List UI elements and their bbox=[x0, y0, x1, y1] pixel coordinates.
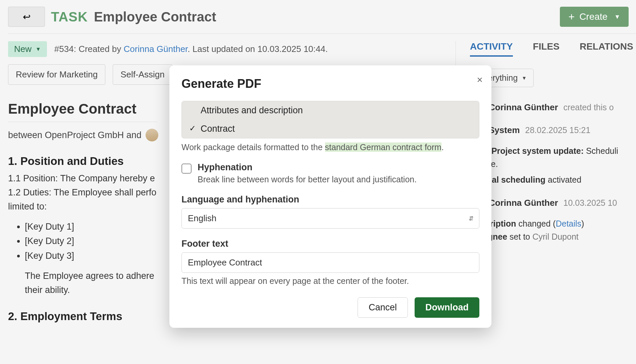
meta-prefix: #534: Created by bbox=[54, 44, 124, 54]
activity-item: S System 28.02.2025 15:21 bbox=[470, 123, 636, 137]
self-assign-button[interactable]: Self-Assign bbox=[113, 64, 172, 85]
activity-author: System bbox=[489, 125, 520, 135]
meta-suffix: . Last updated on 10.03.2025 10:44. bbox=[188, 44, 328, 54]
tabs: ACTIVITY FILES RELATIONS bbox=[470, 41, 636, 57]
download-button[interactable]: Download bbox=[415, 297, 479, 318]
header-row: ↩ TASK Employee Contract + Create ▼ bbox=[8, 7, 636, 27]
tab-activity[interactable]: ACTIVITY bbox=[470, 41, 513, 57]
template-option-attributes[interactable]: Attributes and description bbox=[182, 101, 479, 120]
create-label: Create bbox=[579, 11, 607, 22]
work-package-type: TASK bbox=[51, 9, 88, 24]
chevron-down-icon: ▼ bbox=[36, 46, 41, 52]
activity-item: Corinna Günther 10.03.2025 10 bbox=[470, 196, 636, 209]
cancel-button[interactable]: Cancel bbox=[358, 297, 408, 318]
activity-timestamp: 28.02.2025 15:21 bbox=[525, 125, 591, 135]
hyphenation-label: Hyphenation bbox=[198, 162, 417, 173]
language-select[interactable]: English bbox=[181, 208, 479, 229]
activity-item: Corinna Günther created this o bbox=[470, 101, 636, 114]
hyphenation-helper: Break line between words for better layo… bbox=[198, 175, 417, 184]
avatar-icon bbox=[146, 129, 158, 141]
create-button[interactable]: + Create ▼ bbox=[560, 7, 629, 27]
activity-author[interactable]: Corinna Günther bbox=[489, 198, 558, 208]
generate-pdf-modal: Generate PDF × Attributes and descriptio… bbox=[169, 65, 491, 328]
language-label: Language and hyphenation bbox=[181, 194, 479, 205]
activity-detail: Assignee set to Cyril Dupont bbox=[470, 232, 636, 242]
status-label: New bbox=[14, 44, 32, 54]
author-link[interactable]: Corinna Günther bbox=[124, 44, 188, 54]
activity-detail: update. bbox=[470, 159, 636, 169]
meta-text: #534: Created by Corinna Günther. Last u… bbox=[54, 44, 328, 54]
back-arrow-icon: ↩ bbox=[23, 11, 31, 22]
tab-files[interactable]: FILES bbox=[533, 41, 560, 57]
activity-detail: OpenProject system update: Scheduli bbox=[470, 146, 636, 156]
status-dropdown[interactable]: New ▼ bbox=[8, 41, 47, 57]
plus-icon: + bbox=[568, 11, 575, 23]
activity-author[interactable]: Corinna Günther bbox=[489, 102, 558, 113]
details-link[interactable]: Details bbox=[556, 219, 581, 228]
modal-title: Generate PDF bbox=[181, 77, 479, 91]
template-helper-text: Work package details formatted to the st… bbox=[181, 142, 479, 152]
review-marketing-button[interactable]: Review for Marketing bbox=[8, 64, 105, 85]
footer-text-label: Footer text bbox=[181, 239, 479, 249]
assignee-link[interactable]: Cyril Dupont bbox=[532, 232, 579, 241]
activity-detail: Manual scheduling activated bbox=[470, 175, 636, 185]
close-button[interactable]: × bbox=[477, 74, 483, 85]
activity-detail: Description changed (Details) bbox=[470, 219, 636, 229]
footer-text-input[interactable] bbox=[181, 252, 479, 273]
doc-divider bbox=[8, 122, 157, 122]
chevron-down-icon: ▼ bbox=[614, 13, 620, 20]
page-title: Employee Contract bbox=[94, 9, 216, 24]
template-select-open[interactable]: Attributes and description Contract bbox=[181, 101, 479, 138]
back-button[interactable]: ↩ bbox=[8, 7, 45, 27]
close-icon: × bbox=[477, 74, 483, 85]
activity-action: created this o bbox=[564, 103, 614, 112]
tab-relations[interactable]: RELATIONS bbox=[580, 41, 633, 57]
activity-timestamp: 10.03.2025 10 bbox=[564, 198, 617, 208]
divider bbox=[8, 34, 636, 34]
template-option-contract[interactable]: Contract bbox=[182, 120, 479, 138]
language-value: English bbox=[188, 213, 216, 223]
hyphenation-checkbox[interactable] bbox=[181, 164, 192, 174]
chevron-down-icon: ▼ bbox=[522, 75, 527, 81]
footer-helper-text: This text will appear on every page at t… bbox=[181, 276, 479, 286]
between-text: between OpenProject GmbH and bbox=[8, 130, 142, 140]
